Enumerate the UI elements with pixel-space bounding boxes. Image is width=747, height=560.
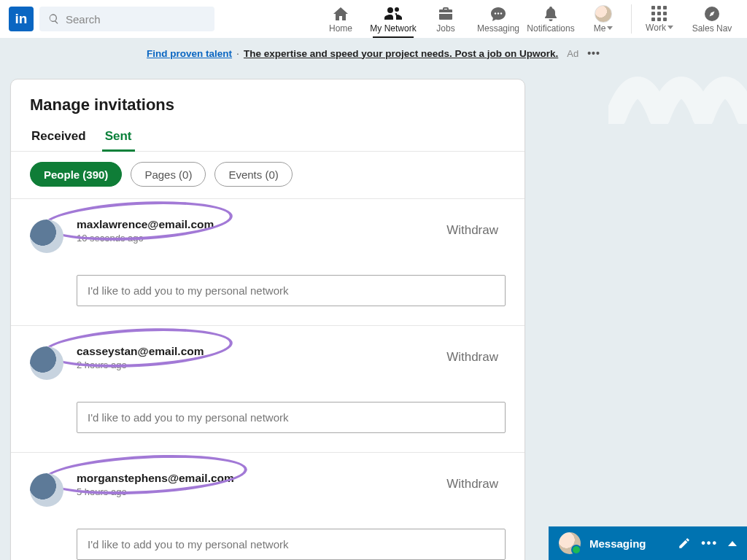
ad-menu-icon[interactable]: ••• [587, 47, 600, 59]
briefcase-icon [437, 5, 454, 23]
nav-me[interactable]: Me [577, 0, 630, 38]
svg-point-2 [500, 12, 502, 14]
nav-label: Me [594, 23, 606, 34]
invitation-tabs: Received Sent [11, 120, 525, 152]
nav-label: Messaging [477, 23, 519, 34]
invitation-time: 10 seconds ago [77, 233, 433, 244]
nav-label: Notifications [527, 23, 574, 34]
nav-label: Home [329, 23, 352, 34]
filter-events[interactable]: Events (0) [214, 162, 292, 187]
search-input[interactable] [39, 7, 214, 31]
filter-pages[interactable]: Pages (0) [131, 162, 206, 187]
avatar[interactable] [30, 219, 63, 253]
compass-icon [703, 5, 721, 23]
people-icon [384, 5, 402, 23]
nav-jobs[interactable]: Jobs [419, 0, 472, 38]
search-wrap [39, 7, 214, 31]
ad-separator: · [236, 47, 239, 59]
invitation-time: 2 hours ago [77, 359, 433, 370]
invitee-name[interactable]: morganstephens@email.com [77, 472, 433, 485]
nav-work[interactable]: Work [633, 0, 686, 38]
avatar[interactable] [30, 346, 63, 380]
top-nav: in Home My Network Jobs Messaging Notifi… [0, 0, 747, 38]
manage-invitations-card: Manage invitations Received Sent People … [10, 79, 525, 560]
tab-sent[interactable]: Sent [104, 123, 133, 151]
chevron-down-icon [607, 26, 613, 30]
avatar-icon [595, 5, 612, 23]
withdraw-button[interactable]: Withdraw [446, 477, 506, 491]
nav-notifications[interactable]: Notifications [525, 0, 577, 38]
invitee-name[interactable]: maxlawrence@email.com [77, 218, 433, 231]
ad-link[interactable]: Find proven talent [147, 48, 232, 59]
page-title: Manage invitations [11, 79, 525, 120]
svg-point-1 [498, 12, 499, 14]
bell-icon [542, 5, 560, 23]
nav-sales-nav[interactable]: Sales Nav [686, 0, 738, 38]
filter-people[interactable]: People (390) [30, 162, 122, 187]
nav-separator [631, 4, 632, 34]
invitation-row: maxlawrence@email.com 10 seconds ago Wit… [11, 199, 525, 326]
apps-grid-icon [651, 6, 667, 22]
invitation-message: I'd like to add you to my personal netwo… [77, 275, 506, 306]
chevron-down-icon [667, 26, 673, 29]
avatar-icon [559, 532, 581, 554]
nav-messaging[interactable]: Messaging [472, 0, 525, 38]
tab-received[interactable]: Received [30, 123, 88, 151]
messaging-bar[interactable]: Messaging ••• [549, 526, 747, 560]
chevron-up-icon[interactable] [728, 541, 737, 546]
nav-label: Jobs [436, 23, 454, 34]
chat-icon [489, 5, 507, 23]
svg-point-0 [495, 12, 496, 14]
search-icon [48, 13, 60, 25]
withdraw-button[interactable]: Withdraw [446, 223, 506, 238]
messaging-label: Messaging [589, 537, 669, 550]
nav-label: My Network [370, 23, 416, 34]
nav-home[interactable]: Home [314, 0, 367, 38]
compose-icon[interactable] [678, 537, 691, 550]
nav-items: Home My Network Jobs Messaging Notificat… [314, 0, 738, 38]
nav-label: Sales Nav [692, 23, 732, 34]
home-icon [332, 5, 349, 23]
ad-label: Ad [567, 48, 578, 59]
linkedin-logo[interactable]: in [9, 7, 34, 31]
invitation-row: morganstephens@email.com 5 hours ago Wit… [11, 453, 525, 560]
invitation-message: I'd like to add you to my personal netwo… [77, 529, 506, 560]
more-icon[interactable]: ••• [701, 537, 718, 550]
nav-label: Work [646, 23, 666, 33]
invitation-time: 5 hours ago [77, 486, 433, 497]
avatar[interactable] [30, 473, 63, 507]
withdraw-button[interactable]: Withdraw [446, 350, 506, 365]
ad-text[interactable]: The expertise and speed your project nee… [244, 48, 558, 59]
ad-strip: Find proven talent · The expertise and s… [0, 38, 747, 69]
filter-pills: People (390) Pages (0) Events (0) [11, 152, 525, 199]
invitee-name[interactable]: casseystan@email.com [77, 345, 433, 358]
nav-network[interactable]: My Network [367, 0, 419, 38]
invitation-row: casseystan@email.com 2 hours ago Withdra… [11, 326, 525, 453]
invitation-message: I'd like to add you to my personal netwo… [77, 402, 506, 433]
